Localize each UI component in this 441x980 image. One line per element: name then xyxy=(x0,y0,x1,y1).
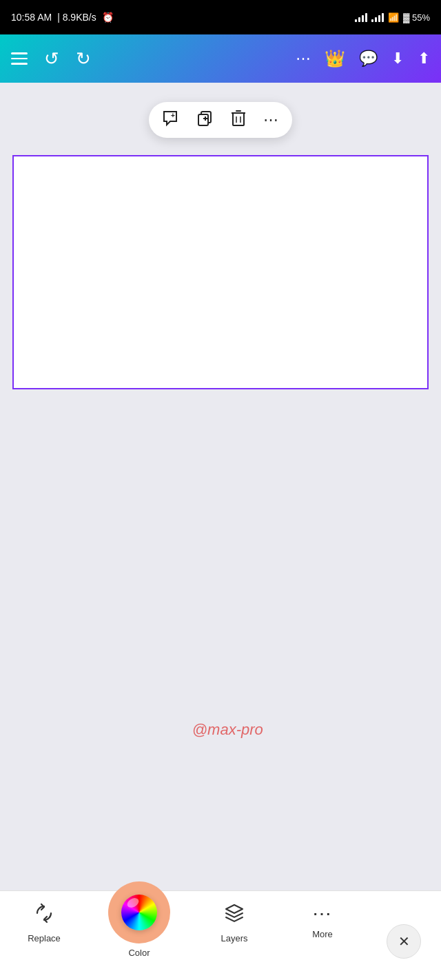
layers-icon xyxy=(223,902,245,929)
canvas-area[interactable]: + ⋯ @max-pro xyxy=(0,83,441,890)
status-left: 10:58 AM | 8.9KB/s ⏰ xyxy=(11,12,114,23)
signal-bars-2 xyxy=(371,12,384,22)
undo-button[interactable]: ↺ xyxy=(44,48,59,70)
replace-icon xyxy=(33,902,55,929)
menu-button[interactable] xyxy=(11,52,28,65)
more-dots-button[interactable]: ⋯ xyxy=(296,50,311,68)
alarm-icon: ⏰ xyxy=(102,12,114,23)
element-more-button[interactable]: ⋯ xyxy=(263,111,280,129)
svg-text:+: + xyxy=(171,112,175,119)
close-button[interactable]: ✕ xyxy=(387,924,421,959)
toolbar-left: ↺ ↻ xyxy=(11,48,91,70)
network-speed: | 8.9KB/s xyxy=(57,12,96,23)
watermark-text: @max-pro xyxy=(192,721,263,739)
layers-button[interactable]: Layers xyxy=(210,902,258,943)
color-circle-bg xyxy=(108,881,170,943)
copy-element-button[interactable] xyxy=(196,109,214,131)
add-comment-button[interactable]: + xyxy=(161,109,179,131)
time-display: 10:58 AM xyxy=(11,12,52,23)
close-icon: ✕ xyxy=(398,933,410,950)
signal-bars-1 xyxy=(355,12,367,22)
more-label: More xyxy=(312,929,333,939)
replace-label: Replace xyxy=(28,933,61,943)
selected-element[interactable] xyxy=(12,155,429,389)
top-toolbar: ↺ ↻ ⋯ 👑 💬 ⬇ ⬆ xyxy=(0,34,441,83)
toolbar-right: ⋯ 👑 💬 ⬇ ⬆ xyxy=(296,49,430,68)
more-button[interactable]: ⋯ More xyxy=(298,902,347,939)
color-button[interactable]: Color xyxy=(108,881,170,958)
redo-button[interactable]: ↻ xyxy=(76,48,91,70)
svg-marker-10 xyxy=(226,905,243,913)
color-label: Color xyxy=(128,948,150,958)
bottom-toolbar: Replace Color Layers ⋯ More ✕ xyxy=(0,890,441,980)
download-button[interactable]: ⬇ xyxy=(391,50,404,68)
wifi-icon: 📶 xyxy=(388,12,399,23)
svg-rect-5 xyxy=(233,113,244,125)
status-bar: 10:58 AM | 8.9KB/s ⏰ 📶 ▓ 55% xyxy=(0,0,441,34)
comment-icon[interactable]: 💬 xyxy=(359,50,378,68)
floating-toolbar: + ⋯ xyxy=(149,102,292,138)
layers-label: Layers xyxy=(220,933,247,943)
replace-button[interactable]: Replace xyxy=(20,902,68,943)
svg-rect-2 xyxy=(198,114,208,125)
crown-icon[interactable]: 👑 xyxy=(325,49,345,68)
status-right: 📶 ▓ 55% xyxy=(355,12,430,23)
more-icon: ⋯ xyxy=(312,902,334,925)
delete-element-button[interactable] xyxy=(230,109,247,131)
color-ball-icon xyxy=(121,895,157,930)
battery-icon: ▓ 55% xyxy=(403,12,430,23)
share-button[interactable]: ⬆ xyxy=(418,50,430,68)
